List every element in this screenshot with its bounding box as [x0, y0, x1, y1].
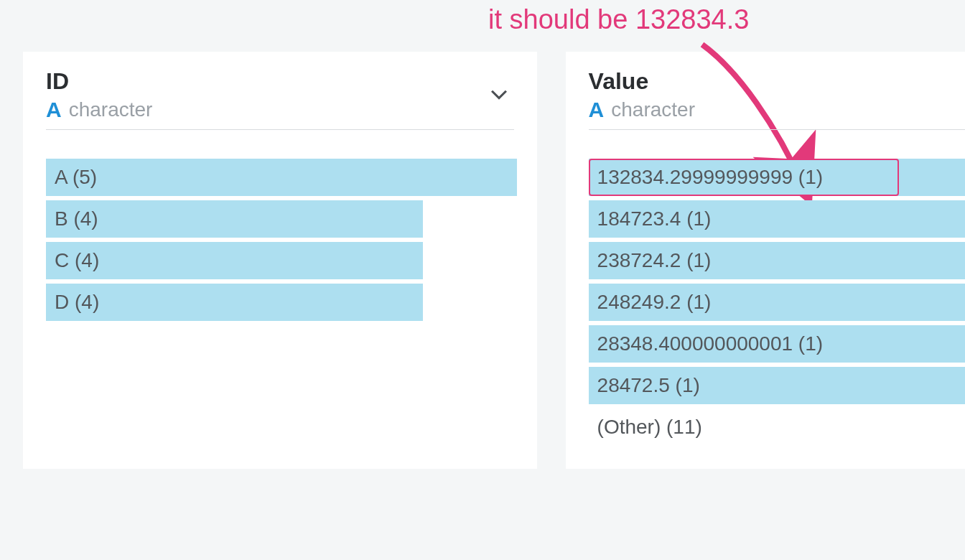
- chevron-down-icon[interactable]: [487, 82, 511, 109]
- column-value-bars: 132834.29999999999 (1)184723.4 (1)238724…: [589, 159, 965, 446]
- histogram-bar-label: A (5): [55, 159, 97, 196]
- histogram-bar[interactable]: 184723.4 (1): [589, 200, 965, 238]
- histogram-bar[interactable]: C (4): [46, 242, 514, 279]
- histogram-bar-label: 28348.400000000001 (1): [597, 325, 824, 363]
- histogram-bar[interactable]: D (4): [46, 284, 514, 321]
- column-id-bars: A (5)B (4)C (4)D (4): [46, 159, 514, 321]
- type-glyph-icon: A: [46, 98, 62, 122]
- histogram-bar[interactable]: 248249.2 (1): [589, 284, 965, 321]
- column-id-panel: ID A character A (5)B (4)C (4)D (4): [23, 52, 537, 469]
- type-glyph-icon: A: [589, 98, 605, 122]
- histogram-bar-label: D (4): [55, 284, 99, 321]
- column-value-panel: Value A character 132834.29999999999 (1)…: [566, 52, 965, 469]
- column-value-title: Value: [589, 67, 965, 95]
- histogram-bar-label: 248249.2 (1): [597, 284, 712, 321]
- column-value-header[interactable]: Value A character: [589, 67, 965, 130]
- histogram-bar[interactable]: 132834.29999999999 (1): [589, 159, 965, 196]
- histogram-bar[interactable]: A (5): [46, 159, 514, 196]
- histogram-bar[interactable]: 28348.400000000001 (1): [589, 325, 965, 363]
- histogram-bar-label: 28472.5 (1): [597, 367, 700, 404]
- histogram-bar-label: (Other) (11): [597, 409, 702, 446]
- column-id-header[interactable]: ID A character: [46, 67, 514, 130]
- histogram-bar-label: B (4): [55, 200, 98, 238]
- histogram-bar-label: 238724.2 (1): [597, 242, 712, 279]
- histogram-bar-label: 184723.4 (1): [597, 200, 712, 238]
- column-id-type: character: [69, 98, 153, 121]
- histogram-bar[interactable]: B (4): [46, 200, 514, 238]
- histogram-bar[interactable]: 28472.5 (1): [589, 367, 965, 404]
- histogram-bar[interactable]: (Other) (11): [589, 409, 965, 446]
- histogram-bar-label: 132834.29999999999 (1): [597, 159, 824, 196]
- annotation-text: it should be 132834.3: [488, 4, 749, 35]
- column-value-type: character: [611, 98, 695, 121]
- histogram-bar-label: C (4): [55, 242, 99, 279]
- histogram-bar[interactable]: 238724.2 (1): [589, 242, 965, 279]
- column-id-title: ID: [46, 67, 514, 95]
